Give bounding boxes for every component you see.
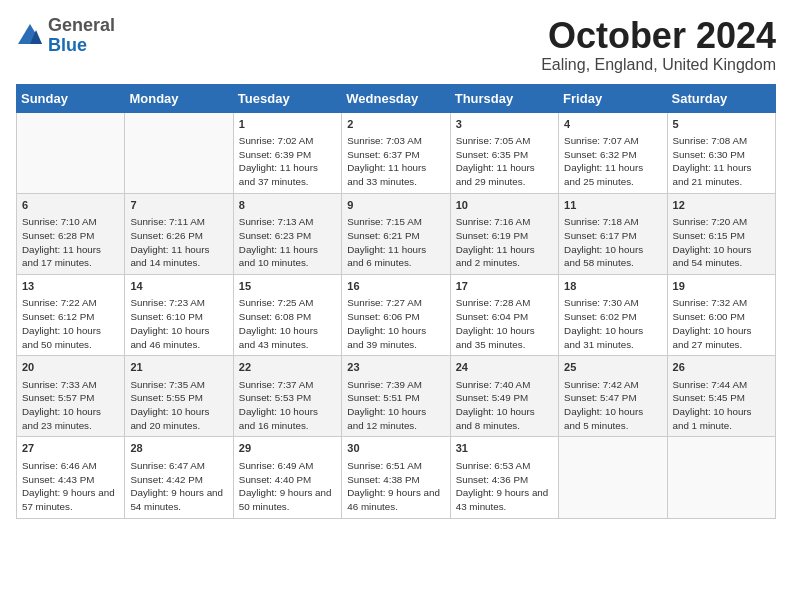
day-detail: Sunrise: 7:03 AM Sunset: 6:37 PM Dayligh… <box>347 134 444 189</box>
calendar-cell: 3Sunrise: 7:05 AM Sunset: 6:35 PM Daylig… <box>450 112 558 193</box>
calendar-cell: 11Sunrise: 7:18 AM Sunset: 6:17 PM Dayli… <box>559 193 667 274</box>
calendar-cell: 15Sunrise: 7:25 AM Sunset: 6:08 PM Dayli… <box>233 275 341 356</box>
day-detail: Sunrise: 6:51 AM Sunset: 4:38 PM Dayligh… <box>347 459 444 514</box>
calendar-cell: 8Sunrise: 7:13 AM Sunset: 6:23 PM Daylig… <box>233 193 341 274</box>
day-number: 19 <box>673 279 770 294</box>
page-header: General Blue October 2024 Ealing, Englan… <box>16 16 776 74</box>
day-detail: Sunrise: 7:23 AM Sunset: 6:10 PM Dayligh… <box>130 296 227 351</box>
location: Ealing, England, United Kingdom <box>541 56 776 74</box>
day-detail: Sunrise: 7:44 AM Sunset: 5:45 PM Dayligh… <box>673 378 770 433</box>
logo: General Blue <box>16 16 115 56</box>
logo-icon <box>16 22 44 50</box>
month-title: October 2024 <box>541 16 776 56</box>
day-detail: Sunrise: 7:33 AM Sunset: 5:57 PM Dayligh… <box>22 378 119 433</box>
calendar-cell: 7Sunrise: 7:11 AM Sunset: 6:26 PM Daylig… <box>125 193 233 274</box>
calendar-cell: 19Sunrise: 7:32 AM Sunset: 6:00 PM Dayli… <box>667 275 775 356</box>
weekday-header-row: SundayMondayTuesdayWednesdayThursdayFrid… <box>17 84 776 112</box>
calendar-cell <box>125 112 233 193</box>
calendar-cell: 16Sunrise: 7:27 AM Sunset: 6:06 PM Dayli… <box>342 275 450 356</box>
day-detail: Sunrise: 7:42 AM Sunset: 5:47 PM Dayligh… <box>564 378 661 433</box>
calendar-cell: 26Sunrise: 7:44 AM Sunset: 5:45 PM Dayli… <box>667 356 775 437</box>
day-detail: Sunrise: 7:13 AM Sunset: 6:23 PM Dayligh… <box>239 215 336 270</box>
day-detail: Sunrise: 6:53 AM Sunset: 4:36 PM Dayligh… <box>456 459 553 514</box>
day-detail: Sunrise: 7:40 AM Sunset: 5:49 PM Dayligh… <box>456 378 553 433</box>
day-number: 4 <box>564 117 661 132</box>
calendar-cell: 2Sunrise: 7:03 AM Sunset: 6:37 PM Daylig… <box>342 112 450 193</box>
calendar-cell: 5Sunrise: 7:08 AM Sunset: 6:30 PM Daylig… <box>667 112 775 193</box>
calendar-cell: 13Sunrise: 7:22 AM Sunset: 6:12 PM Dayli… <box>17 275 125 356</box>
day-number: 10 <box>456 198 553 213</box>
day-detail: Sunrise: 7:22 AM Sunset: 6:12 PM Dayligh… <box>22 296 119 351</box>
day-number: 6 <box>22 198 119 213</box>
calendar-cell: 17Sunrise: 7:28 AM Sunset: 6:04 PM Dayli… <box>450 275 558 356</box>
day-detail: Sunrise: 7:28 AM Sunset: 6:04 PM Dayligh… <box>456 296 553 351</box>
calendar-cell <box>667 437 775 518</box>
day-number: 15 <box>239 279 336 294</box>
calendar-cell: 30Sunrise: 6:51 AM Sunset: 4:38 PM Dayli… <box>342 437 450 518</box>
day-detail: Sunrise: 7:32 AM Sunset: 6:00 PM Dayligh… <box>673 296 770 351</box>
calendar-cell: 9Sunrise: 7:15 AM Sunset: 6:21 PM Daylig… <box>342 193 450 274</box>
day-detail: Sunrise: 7:25 AM Sunset: 6:08 PM Dayligh… <box>239 296 336 351</box>
calendar-cell: 21Sunrise: 7:35 AM Sunset: 5:55 PM Dayli… <box>125 356 233 437</box>
day-number: 12 <box>673 198 770 213</box>
calendar-cell: 29Sunrise: 6:49 AM Sunset: 4:40 PM Dayli… <box>233 437 341 518</box>
day-number: 28 <box>130 441 227 456</box>
day-detail: Sunrise: 7:10 AM Sunset: 6:28 PM Dayligh… <box>22 215 119 270</box>
calendar-cell: 31Sunrise: 6:53 AM Sunset: 4:36 PM Dayli… <box>450 437 558 518</box>
day-number: 2 <box>347 117 444 132</box>
day-number: 17 <box>456 279 553 294</box>
calendar-cell: 6Sunrise: 7:10 AM Sunset: 6:28 PM Daylig… <box>17 193 125 274</box>
day-number: 27 <box>22 441 119 456</box>
day-detail: Sunrise: 7:37 AM Sunset: 5:53 PM Dayligh… <box>239 378 336 433</box>
day-detail: Sunrise: 7:39 AM Sunset: 5:51 PM Dayligh… <box>347 378 444 433</box>
calendar-cell <box>17 112 125 193</box>
day-number: 16 <box>347 279 444 294</box>
day-detail: Sunrise: 7:18 AM Sunset: 6:17 PM Dayligh… <box>564 215 661 270</box>
day-number: 21 <box>130 360 227 375</box>
day-detail: Sunrise: 7:30 AM Sunset: 6:02 PM Dayligh… <box>564 296 661 351</box>
day-detail: Sunrise: 7:35 AM Sunset: 5:55 PM Dayligh… <box>130 378 227 433</box>
day-detail: Sunrise: 7:16 AM Sunset: 6:19 PM Dayligh… <box>456 215 553 270</box>
title-block: October 2024 Ealing, England, United Kin… <box>541 16 776 74</box>
weekday-header-sunday: Sunday <box>17 84 125 112</box>
weekday-header-thursday: Thursday <box>450 84 558 112</box>
day-number: 24 <box>456 360 553 375</box>
calendar-cell: 28Sunrise: 6:47 AM Sunset: 4:42 PM Dayli… <box>125 437 233 518</box>
day-number: 11 <box>564 198 661 213</box>
day-number: 7 <box>130 198 227 213</box>
day-detail: Sunrise: 6:49 AM Sunset: 4:40 PM Dayligh… <box>239 459 336 514</box>
day-detail: Sunrise: 7:02 AM Sunset: 6:39 PM Dayligh… <box>239 134 336 189</box>
day-number: 29 <box>239 441 336 456</box>
day-number: 22 <box>239 360 336 375</box>
day-detail: Sunrise: 7:08 AM Sunset: 6:30 PM Dayligh… <box>673 134 770 189</box>
calendar-cell: 27Sunrise: 6:46 AM Sunset: 4:43 PM Dayli… <box>17 437 125 518</box>
weekday-header-tuesday: Tuesday <box>233 84 341 112</box>
day-number: 23 <box>347 360 444 375</box>
calendar-cell: 20Sunrise: 7:33 AM Sunset: 5:57 PM Dayli… <box>17 356 125 437</box>
day-number: 3 <box>456 117 553 132</box>
day-number: 31 <box>456 441 553 456</box>
weekday-header-wednesday: Wednesday <box>342 84 450 112</box>
calendar-cell <box>559 437 667 518</box>
weekday-header-friday: Friday <box>559 84 667 112</box>
day-number: 14 <box>130 279 227 294</box>
weekday-header-monday: Monday <box>125 84 233 112</box>
calendar-week-3: 13Sunrise: 7:22 AM Sunset: 6:12 PM Dayli… <box>17 275 776 356</box>
day-number: 1 <box>239 117 336 132</box>
calendar-cell: 4Sunrise: 7:07 AM Sunset: 6:32 PM Daylig… <box>559 112 667 193</box>
calendar-week-2: 6Sunrise: 7:10 AM Sunset: 6:28 PM Daylig… <box>17 193 776 274</box>
calendar-cell: 24Sunrise: 7:40 AM Sunset: 5:49 PM Dayli… <box>450 356 558 437</box>
calendar-cell: 12Sunrise: 7:20 AM Sunset: 6:15 PM Dayli… <box>667 193 775 274</box>
weekday-header-saturday: Saturday <box>667 84 775 112</box>
day-detail: Sunrise: 7:07 AM Sunset: 6:32 PM Dayligh… <box>564 134 661 189</box>
calendar-cell: 25Sunrise: 7:42 AM Sunset: 5:47 PM Dayli… <box>559 356 667 437</box>
calendar-cell: 10Sunrise: 7:16 AM Sunset: 6:19 PM Dayli… <box>450 193 558 274</box>
calendar-cell: 18Sunrise: 7:30 AM Sunset: 6:02 PM Dayli… <box>559 275 667 356</box>
day-detail: Sunrise: 7:27 AM Sunset: 6:06 PM Dayligh… <box>347 296 444 351</box>
calendar-cell: 23Sunrise: 7:39 AM Sunset: 5:51 PM Dayli… <box>342 356 450 437</box>
day-detail: Sunrise: 6:47 AM Sunset: 4:42 PM Dayligh… <box>130 459 227 514</box>
day-detail: Sunrise: 7:11 AM Sunset: 6:26 PM Dayligh… <box>130 215 227 270</box>
day-number: 5 <box>673 117 770 132</box>
day-number: 8 <box>239 198 336 213</box>
logo-text: General Blue <box>48 16 115 56</box>
